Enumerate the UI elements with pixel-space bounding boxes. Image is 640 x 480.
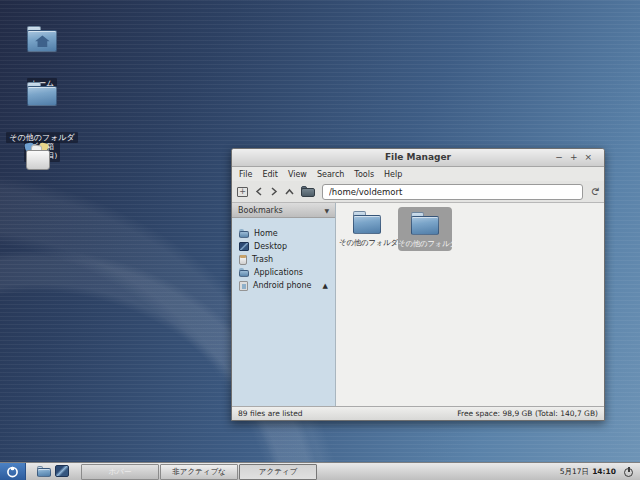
sidebar-item-trash[interactable]: Trash [232,253,335,266]
sidebar-item-desktop[interactable]: Desktop [232,240,335,253]
folder-icon [353,211,381,234]
trash-icon [239,255,247,265]
eject-icon[interactable]: ▲ [323,282,328,290]
xubuntu-logo-icon [6,465,19,478]
sidebar-header-label: Bookmarks [238,206,283,215]
chevron-down-icon: ▼ [324,207,329,214]
taskbar-window-button-hover[interactable]: ホバー [81,464,159,480]
show-desktop-launcher[interactable] [55,465,69,477]
menu-edit[interactable]: Edit [262,170,278,179]
file-item-folder[interactable]: その他のフォルダ [339,211,395,248]
applications-menu-button[interactable] [0,463,26,480]
power-button[interactable] [624,467,634,477]
taskbar-window-button-active[interactable]: アクティブ [239,464,317,480]
folder-icon [239,229,249,238]
file-manager-window: File Manager − + × File Edit View Search… [231,148,605,421]
new-tab-button[interactable]: + [237,187,248,197]
forward-button[interactable] [270,187,278,196]
minimize-button[interactable]: − [555,151,563,164]
desktop-icon-trash[interactable]: ゴミ箱(14 項目) [0,138,84,162]
menubar: File Edit View Search Tools Help [232,167,604,181]
sidebar: Bookmarks ▼ Home Desktop Trash [232,203,336,406]
window-title: File Manager [232,152,604,162]
clock-time: 14:10 [592,467,616,476]
close-button[interactable]: × [584,151,592,164]
desktop-icon-other-folder[interactable]: その他のフォルダ [0,82,84,144]
desktop: ホーム その他のフォルダ ゴミ箱(14 項目) File Manager − +… [0,0,640,480]
sidebar-header[interactable]: Bookmarks ▼ [232,203,335,218]
up-button[interactable] [285,188,294,196]
toolbar: + ↻ [232,181,604,203]
status-free-space: Free space: 98,9 GB (Total: 140,7 GB) [457,409,598,418]
home-button[interactable] [301,186,315,197]
titlebar[interactable]: File Manager − + × [232,149,604,167]
folder-icon [27,82,57,106]
menu-view[interactable]: View [288,170,307,179]
folder-icon [239,268,249,277]
folder-icon [411,212,439,235]
file-manager-launcher[interactable] [37,466,51,477]
maximize-button[interactable]: + [570,151,578,164]
desktop-icon-home[interactable]: ホーム [0,26,84,90]
sidebar-item-android-phone[interactable]: Android phone ▲ [232,279,335,292]
status-files-count: 89 files are listed [238,409,303,418]
phone-icon [239,281,248,291]
file-list-area[interactable]: その他のフォルダ その他のフォルダ [336,203,604,406]
menu-file[interactable]: File [239,170,252,179]
statusbar: 89 files are listed Free space: 98,9 GB … [232,406,604,420]
back-button[interactable] [255,187,263,196]
menu-help[interactable]: Help [384,170,402,179]
sidebar-item-home[interactable]: Home [232,227,335,240]
home-folder-icon [27,26,57,52]
sidebar-item-applications[interactable]: Applications [232,266,335,279]
menu-search[interactable]: Search [317,170,344,179]
taskbar-window-button-inactive[interactable]: 非アクティブな [160,464,238,480]
desktop-icon [239,242,249,251]
reload-button[interactable]: ↻ [588,187,601,196]
menu-tools[interactable]: Tools [354,170,374,179]
file-item-folder-selected[interactable]: その他のフォルダ [398,207,452,251]
path-input[interactable] [322,184,583,200]
clock[interactable]: 5月17日 14:10 [560,463,616,480]
clock-date: 5月17日 [560,467,589,477]
taskbar: ホバー 非アクティブな アクティブ 5月17日 14:10 [0,462,640,480]
